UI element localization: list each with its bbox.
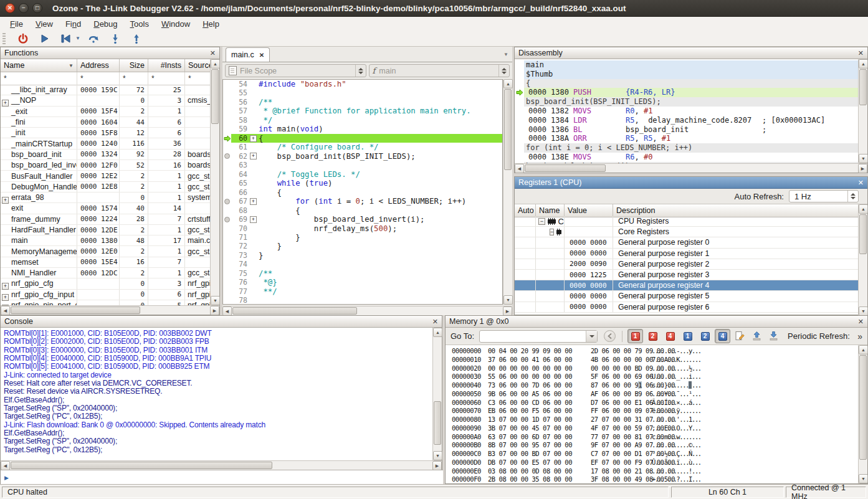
memory-row[interactable]: 000000C0B3 07 00 00 BD 07 00 00C7 07 00 … — [446, 450, 859, 459]
function-row[interactable]: MemoryManageme0000 12E021gcc_sta — [1, 246, 211, 257]
step-over-icon[interactable] — [87, 32, 102, 45]
code-line[interactable]: 68 { — [223, 206, 502, 215]
file-scope-combo[interactable]: File Scope — [225, 64, 366, 77]
breakpoint-margin[interactable] — [223, 134, 231, 143]
disassembly-line[interactable]: 0000 1386BLbsp_board_init; — [515, 125, 859, 135]
spinner-icon[interactable] — [498, 65, 509, 77]
dropdown-arrow-icon[interactable] — [586, 331, 597, 342]
function-row[interactable]: _exit0000 15F421 — [1, 107, 211, 117]
memory-row[interactable]: 000000D0DB 07 00 00 E5 07 00 00EF 07 00 … — [446, 459, 859, 467]
save-memory-icon[interactable] — [749, 330, 764, 343]
spinner-icon[interactable] — [355, 65, 366, 77]
menu-item-file[interactable]: File — [4, 18, 29, 30]
tab-main-c[interactable]: main.c ✕ — [226, 47, 270, 62]
line-number[interactable]: 71 — [231, 233, 250, 242]
memory-width-blue-2-button[interactable]: 2 — [697, 329, 713, 343]
breakpoint-margin[interactable] — [223, 170, 231, 179]
line-number[interactable]: 74 — [231, 260, 250, 269]
expand-toggle-icon[interactable]: + — [2, 194, 9, 204]
breakpoint-margin[interactable] — [223, 260, 231, 269]
function-row[interactable]: exit0000 15744014 — [1, 203, 211, 214]
code-line[interactable]: 62+ bsp_board_init(BSP_INIT_LEDS); — [223, 152, 502, 161]
breakpoint-margin[interactable] — [223, 215, 231, 224]
close-icon[interactable]: ✕ — [432, 318, 438, 326]
register-row[interactable]: 0000 0000General purpose register 0 — [515, 237, 859, 248]
code-line[interactable]: 57 * @brief Function for application mai… — [223, 107, 502, 115]
vertical-scrollbar[interactable]: ▲▼ — [858, 204, 867, 316]
disassembly-line[interactable]: 0000 1384LDRR5, delay_machine_code.8207;… — [515, 116, 859, 125]
close-icon[interactable]: ✕ — [210, 49, 216, 57]
line-number[interactable]: 72 — [231, 242, 250, 250]
memory-width-blue-1-button[interactable]: 1 — [680, 329, 695, 343]
memory-row[interactable]: 000000509B 06 00 00 A5 06 00 00AF 06 00 … — [446, 390, 859, 399]
auto-refresh-select[interactable]: 1 Hz — [789, 190, 859, 202]
disassembly-line[interactable]: 0000 138AORRR5, R5, #1 — [515, 134, 859, 143]
breakpoint-margin[interactable] — [223, 242, 231, 250]
code-line[interactable]: 71 } — [223, 233, 502, 242]
resume-icon[interactable] — [37, 32, 52, 45]
memory-width-red-4-button[interactable]: 4 — [662, 329, 678, 343]
register-row[interactable]: −Core Registers — [515, 227, 859, 237]
filter-input[interactable]: * — [1, 72, 77, 85]
edit-memory-icon[interactable] — [732, 330, 747, 343]
code-line[interactable]: 64 /* Toggle LEDs. */ — [223, 170, 502, 179]
goto-address-input[interactable] — [479, 330, 598, 343]
register-row[interactable]: 0000 0000General purpose register 4 — [515, 280, 859, 291]
menu-item-view[interactable]: View — [29, 18, 59, 30]
register-row[interactable]: 0000 0000General purpose register 1 — [515, 249, 859, 259]
breakpoint-margin[interactable] — [223, 206, 231, 215]
register-row[interactable]: 0000 1225General purpose register 3 — [515, 270, 859, 280]
function-row[interactable]: nrf_gpio_pin_port_d+05nrf_gpi — [1, 300, 211, 305]
vertical-scrollbar[interactable]: ▲▼ — [503, 79, 512, 305]
code-line[interactable]: 76 *@} — [223, 278, 502, 287]
code-line[interactable]: 60+{ — [223, 134, 502, 143]
code-editor[interactable]: 54#include "boards.h"5556/**57 * @brief … — [222, 79, 503, 305]
register-row[interactable]: 0000 0000General purpose register 6 — [515, 302, 859, 313]
disassembly-line[interactable]: 0000 1382MOVSR0, #1 — [515, 107, 859, 116]
window-close-button[interactable]: ✕ — [5, 3, 15, 13]
function-row[interactable]: BusFault_Handler0000 12E221gcc_sta — [1, 171, 211, 181]
function-row[interactable]: DebugMon_Handle0000 12E821gcc_sta — [1, 182, 211, 192]
line-number[interactable]: 78 — [231, 296, 250, 305]
memory-row[interactable]: 0000004073 06 00 00 7D 06 00 0087 06 00 … — [446, 381, 859, 390]
back-arrow-icon[interactable] — [604, 330, 616, 342]
disassembly-line[interactable]: { — [515, 79, 859, 88]
breakpoint-margin[interactable] — [223, 107, 231, 115]
menu-item-window[interactable]: Window — [155, 18, 196, 30]
window-minimize-button[interactable]: − — [19, 3, 29, 13]
breakpoint-margin[interactable] — [223, 143, 231, 151]
horizontal-scrollbar[interactable]: ◀▶ — [222, 306, 512, 315]
disassembly-line[interactable]: main — [515, 60, 859, 70]
tab-list-dropdown-icon[interactable]: ▼ — [503, 52, 508, 57]
memory-hex-view[interactable]: 0000000000 04 00 20 99 09 00 002D 06 00 … — [446, 345, 859, 485]
expand-toggle-icon[interactable]: + — [2, 97, 9, 107]
function-combo[interactable]: f main — [369, 64, 510, 77]
close-icon[interactable]: ✕ — [858, 179, 864, 187]
breakpoint-margin[interactable] — [223, 152, 231, 161]
breakpoint-margin[interactable] — [223, 88, 231, 97]
line-number[interactable]: 58 — [231, 116, 250, 125]
fold-toggle-icon[interactable]: + — [250, 198, 257, 205]
code-line[interactable]: 69+ bsp_board_led_invert(i); — [223, 215, 502, 224]
code-line[interactable]: 66 { — [223, 188, 502, 197]
breakpoint-margin[interactable] — [223, 251, 231, 260]
line-number[interactable]: 55 — [231, 88, 250, 97]
filter-input[interactable]: * — [77, 72, 120, 85]
fold-toggle-icon[interactable]: + — [250, 216, 257, 223]
code-line[interactable]: 77 **/ — [223, 287, 502, 296]
expand-toggle-icon[interactable]: + — [2, 280, 9, 290]
column-header-insts[interactable]: #Insts — [148, 59, 185, 72]
column-header-auto[interactable]: Auto — [515, 204, 536, 217]
tab-close-icon[interactable]: ✕ — [259, 52, 264, 59]
line-number[interactable]: 75 — [231, 269, 250, 278]
breakpoint-margin[interactable] — [223, 233, 231, 242]
disassembly-line[interactable]: 0000 138EMOVSR6, #0 — [515, 153, 859, 162]
code-line[interactable]: 55 — [223, 88, 502, 97]
memory-width-blue-4-button[interactable]: 4 — [715, 329, 730, 343]
column-header-value[interactable]: Value — [565, 204, 613, 217]
horizontal-scrollbar[interactable]: ◀▶ — [1, 460, 442, 470]
memory-row[interactable]: 0000008013 07 00 00 1D 07 00 0027 07 00 … — [446, 416, 859, 424]
line-number[interactable]: 66 — [231, 188, 250, 197]
line-number[interactable]: 54 — [231, 80, 250, 88]
expand-toggle-icon[interactable]: + — [2, 292, 9, 301]
